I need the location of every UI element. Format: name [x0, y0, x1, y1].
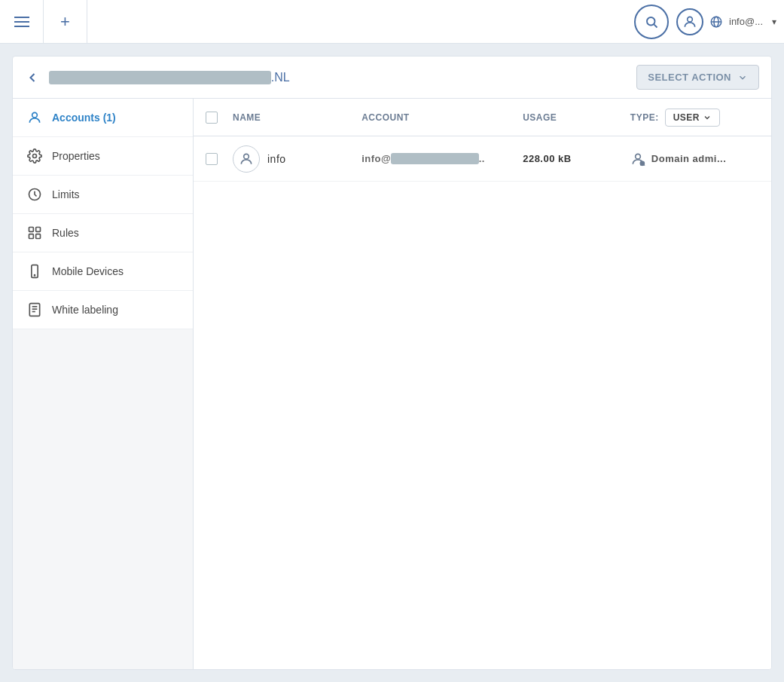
select-all-checkbox-wrapper[interactable]: [206, 112, 233, 124]
search-icon: [645, 15, 658, 29]
account-prefix: info@: [361, 153, 391, 164]
svg-point-6: [32, 112, 38, 118]
sidebar-item-properties-label: Properties: [52, 150, 100, 162]
svg-point-7: [33, 154, 37, 158]
card-header: ██████████████████████████.NL SELECT ACT…: [13, 57, 771, 99]
table-header: NAME ACCOUNT USAGE TYPE: USER: [194, 99, 771, 136]
row-account-cell: info@████████████..: [361, 153, 523, 164]
type-filter-dropdown[interactable]: USER: [665, 109, 720, 127]
sidebar-item-white-labeling-label: White labeling: [52, 304, 118, 316]
sidebar-item-mobile-devices[interactable]: Mobile Devices: [13, 252, 193, 291]
svg-rect-9: [29, 228, 34, 232]
chevron-down-icon: ▾: [772, 17, 776, 27]
card-body: Accounts (1) Properties: [13, 99, 771, 669]
sidebar: Accounts (1) Properties: [13, 99, 194, 669]
sidebar-item-accounts-label: Accounts (1): [52, 112, 116, 124]
sidebar-item-properties[interactable]: Properties: [13, 137, 193, 176]
main-card: ██████████████████████████.NL SELECT ACT…: [12, 56, 772, 670]
type-filter-value: USER: [673, 112, 700, 123]
sidebar-item-limits-label: Limits: [52, 188, 80, 200]
user-menu[interactable]: info@... ▾: [676, 8, 776, 35]
sidebar-item-white-labeling[interactable]: White labeling: [13, 291, 193, 329]
svg-point-0: [647, 17, 655, 26]
user-avatar: [676, 8, 703, 35]
domain-title: ██████████████████████████.NL: [49, 71, 627, 84]
sidebar-item-rules-label: Rules: [52, 227, 79, 239]
col-type-label: TYPE:: [630, 112, 659, 123]
back-icon: [25, 70, 40, 85]
document-icon: [26, 301, 43, 318]
type-dropdown-chevron-icon: [703, 113, 712, 122]
table-row[interactable]: info info@████████████.. 228.00 kB A: [194, 136, 771, 182]
hamburger-icon: [14, 17, 29, 27]
user-icon: [682, 14, 697, 29]
user-email: info@...: [729, 16, 763, 27]
table-area: NAME ACCOUNT USAGE TYPE: USER: [194, 99, 771, 669]
row-checkbox-wrapper[interactable]: [206, 153, 233, 165]
select-action-button[interactable]: SELECT ACTION: [636, 65, 759, 90]
svg-point-2: [688, 17, 693, 22]
row-type-cell: A Domain admi...: [630, 151, 759, 167]
sidebar-spacer: [13, 329, 193, 669]
svg-point-20: [635, 154, 640, 159]
main-content: ██████████████████████████.NL SELECT ACT…: [0, 44, 784, 682]
row-usage-cell: 228.00 kB: [523, 153, 630, 164]
svg-rect-12: [36, 234, 41, 239]
svg-rect-10: [36, 228, 41, 232]
row-user-icon: [239, 151, 254, 167]
back-button[interactable]: [25, 70, 40, 85]
sidebar-item-mobile-devices-label: Mobile Devices: [52, 265, 124, 277]
plus-icon: +: [60, 14, 70, 30]
rules-icon: [26, 225, 43, 241]
sidebar-item-rules[interactable]: Rules: [13, 214, 193, 252]
table-empty-area: [194, 182, 771, 669]
svg-line-1: [654, 24, 657, 27]
svg-text:A: A: [641, 161, 645, 166]
globe-icon: [709, 15, 723, 29]
sidebar-item-limits[interactable]: Limits: [13, 176, 193, 214]
domain-blur-text: ██████████████████████████: [49, 71, 271, 84]
search-button[interactable]: [634, 5, 669, 39]
select-action-label: SELECT ACTION: [648, 72, 731, 83]
domain-admin-icon: A: [630, 151, 645, 167]
top-header: + info@... ▾: [0, 0, 784, 44]
hamburger-button[interactable]: [0, 0, 44, 44]
globe-icon-wrap: [709, 15, 723, 29]
add-button[interactable]: +: [44, 0, 87, 44]
mobile-icon: [26, 263, 43, 280]
col-header-type: TYPE: USER: [630, 109, 759, 127]
row-type-text: Domain admi...: [651, 153, 726, 164]
select-all-checkbox[interactable]: [206, 112, 218, 124]
select-action-chevron-icon: [737, 72, 748, 83]
svg-rect-11: [29, 234, 34, 239]
user-icon: [26, 109, 43, 126]
row-avatar: [233, 145, 260, 173]
row-name-text: info: [267, 153, 286, 165]
gear-icon: [26, 148, 43, 164]
svg-point-19: [244, 154, 249, 159]
sidebar-item-accounts[interactable]: Accounts (1): [13, 99, 193, 137]
row-checkbox[interactable]: [206, 153, 218, 165]
col-header-usage: USAGE: [523, 112, 630, 123]
domain-extension: .NL: [271, 71, 290, 84]
row-name-cell: info: [233, 145, 361, 173]
limits-icon: [26, 186, 43, 203]
col-header-account: ACCOUNT: [361, 112, 523, 123]
account-blur: ████████████: [391, 153, 479, 164]
col-header-name: NAME: [233, 112, 361, 123]
